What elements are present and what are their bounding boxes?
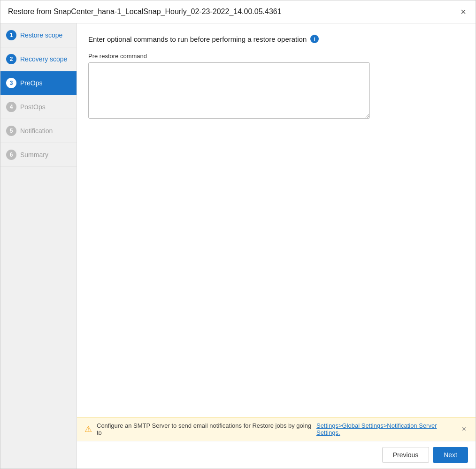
step-badge-1: 1 — [6, 30, 16, 40]
previous-button[interactable]: Previous — [382, 447, 429, 463]
sidebar-item-postops[interactable]: 4 PostOps — [0, 95, 77, 119]
sidebar-item-label-1: Restore scope — [20, 31, 62, 39]
sidebar-item-label-2: Recovery scope — [20, 55, 67, 63]
step-badge-6: 6 — [6, 150, 16, 160]
content-area: Enter optional commands to run before pe… — [77, 23, 476, 417]
notification-text: Configure an SMTP Server to send email n… — [97, 422, 315, 436]
sidebar-item-preops[interactable]: 3 PreOps — [0, 71, 77, 95]
restore-dialog: Restore from SnapCenter_hana-1_LocalSnap… — [0, 0, 476, 469]
notification-banner: ⚠ Configure an SMTP Server to send email… — [77, 417, 476, 441]
dialog-body: 1 Restore scope 2 Recovery scope 3 PreOp… — [0, 23, 476, 469]
sidebar-item-label-3: PreOps — [20, 79, 42, 87]
sidebar-item-label-6: Summary — [20, 151, 48, 159]
info-icon[interactable]: i — [310, 35, 319, 43]
dialog-title: Restore from SnapCenter_hana-1_LocalSnap… — [8, 8, 282, 16]
section-header: Enter optional commands to run before pe… — [88, 35, 464, 43]
sidebar-item-notification[interactable]: 5 Notification — [0, 119, 77, 143]
sidebar-item-label-5: Notification — [20, 127, 53, 135]
dialog-title-bar: Restore from SnapCenter_hana-1_LocalSnap… — [0, 0, 476, 23]
step-badge-5: 5 — [6, 126, 16, 136]
pre-restore-label: Pre restore command — [88, 53, 464, 60]
sidebar-item-recovery-scope[interactable]: 2 Recovery scope — [0, 47, 77, 71]
next-button[interactable]: Next — [433, 447, 468, 463]
step-badge-2: 2 — [6, 54, 16, 64]
sidebar-item-summary[interactable]: 6 Summary — [0, 143, 77, 167]
close-button[interactable]: × — [459, 7, 468, 16]
dialog-footer: Previous Next — [77, 441, 476, 469]
banner-close-button[interactable]: × — [460, 425, 468, 433]
notification-link[interactable]: Settings>Global Settings>Notification Se… — [316, 422, 460, 436]
warning-icon: ⚠ — [84, 424, 92, 434]
sidebar: 1 Restore scope 2 Recovery scope 3 PreOp… — [0, 23, 77, 469]
main-content: Enter optional commands to run before pe… — [77, 23, 476, 469]
section-heading-text: Enter optional commands to run before pe… — [88, 35, 307, 43]
sidebar-item-label-4: PostOps — [20, 103, 46, 111]
sidebar-item-restore-scope[interactable]: 1 Restore scope — [0, 23, 77, 47]
step-badge-3: 3 — [6, 78, 16, 88]
step-badge-4: 4 — [6, 102, 16, 112]
pre-restore-command-input[interactable] — [88, 62, 370, 119]
